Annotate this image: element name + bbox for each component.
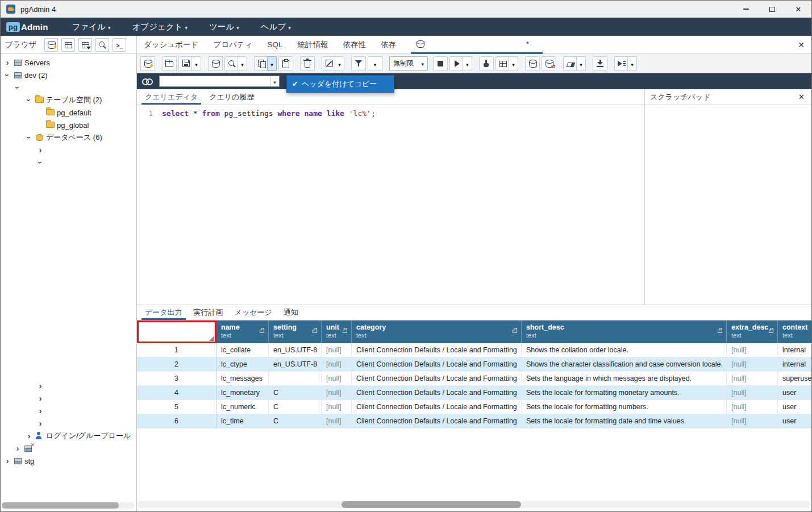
filter-button[interactable] (351, 56, 366, 71)
cell[interactable]: [null] (322, 400, 352, 414)
row-number[interactable]: 4 (137, 386, 216, 400)
cell[interactable]: Client Connection Defaults / Locale and … (352, 357, 522, 372)
explain-options-dropdown-button[interactable] (509, 56, 518, 71)
chevron-down-icon[interactable] (26, 133, 32, 142)
view-data-button[interactable] (61, 38, 75, 52)
scrollbar-thumb[interactable] (342, 501, 521, 508)
cell[interactable]: Sets the language in which messages are … (522, 372, 727, 386)
tab-query-editor[interactable]: クエリエディタ (141, 89, 201, 105)
explain-button[interactable] (479, 56, 494, 71)
row-number[interactable]: 1 (137, 343, 216, 357)
chevron-right-icon[interactable] (37, 419, 44, 428)
cell[interactable]: [null] (727, 372, 778, 386)
tree-item-expanded-node[interactable] (1, 156, 136, 169)
grid-horizontal-scrollbar[interactable] (137, 501, 810, 508)
paste-button[interactable] (278, 56, 293, 71)
column-header-context[interactable]: context text (778, 320, 812, 343)
scratch-pad[interactable] (645, 105, 811, 305)
select-all-corner-cell[interactable] (137, 320, 216, 343)
column-header-category[interactable]: category text (352, 320, 522, 343)
minimize-button[interactable] (733, 1, 759, 18)
cell[interactable]: lc_ctype (216, 357, 269, 372)
cell[interactable]: Sets the locale for formatting date and … (522, 414, 727, 428)
tree-item-server-disconnected[interactable] (1, 442, 136, 455)
row-number[interactable]: 3 (137, 372, 216, 386)
chevron-right-icon[interactable] (37, 406, 44, 415)
close-tab-icon[interactable]: ✕ (798, 40, 805, 49)
find-dropdown-button[interactable] (238, 56, 247, 71)
row-number[interactable]: 6 (137, 414, 216, 428)
tree-item-server-dev[interactable]: dev (2) (1, 69, 136, 81)
connection-selector[interactable] (159, 76, 280, 87)
close-button[interactable]: ✕ (785, 1, 811, 18)
sql-editor[interactable]: 1 select * from pg_settings where name l… (137, 105, 644, 305)
commit-button[interactable] (525, 56, 540, 71)
cell[interactable]: Shows the character classification and c… (522, 357, 727, 372)
chevron-down-icon[interactable] (37, 158, 44, 167)
cell[interactable]: [null] (727, 357, 778, 372)
filtered-rows-button[interactable] (78, 38, 92, 52)
tab-dependents[interactable]: 依存 (381, 40, 396, 50)
menu-item-copy-with-headers[interactable]: ヘッダを付けてコピー (302, 79, 377, 89)
chevron-down-icon[interactable] (26, 95, 32, 105)
tree-item-collapsed-node[interactable] (1, 417, 136, 430)
menu-help[interactable]: ヘルプ (261, 22, 291, 32)
cell[interactable]: superuser (778, 372, 811, 386)
cancel-query-button[interactable] (433, 56, 448, 71)
tab-messages[interactable]: メッセージ (231, 305, 276, 320)
row-number[interactable]: 5 (137, 400, 216, 414)
open-file-button[interactable] (162, 56, 177, 71)
chevron-right-icon[interactable] (4, 456, 11, 465)
chevron-right-icon[interactable] (37, 381, 44, 390)
column-header-unit[interactable]: unit text (322, 320, 352, 343)
row-limit-select[interactable]: 無制限 (389, 56, 428, 71)
rollback-button[interactable] (542, 56, 556, 71)
sidebar-horizontal-scrollbar[interactable] (2, 502, 135, 509)
filter-dropdown-button[interactable] (368, 56, 382, 71)
tree-item-servers[interactable]: Servers (1, 56, 136, 69)
tab-properties[interactable]: プロパティ (213, 40, 252, 50)
cell[interactable]: internal (778, 357, 811, 372)
tab-dashboard[interactable]: ダッシュボード (144, 40, 198, 50)
macros-dropdown-button[interactable] (627, 56, 637, 71)
cell[interactable]: lc_collate (216, 343, 269, 357)
cell[interactable] (269, 372, 322, 386)
scrollbar-thumb[interactable] (2, 502, 119, 509)
scratch-pad-close-icon[interactable]: ✕ (798, 93, 805, 101)
cell[interactable]: [null] (322, 372, 352, 386)
cell[interactable]: en_US.UTF-8 (269, 357, 322, 372)
tab-data-output[interactable]: データ出力 (141, 305, 186, 320)
cell[interactable]: Shows the collation order locale. (522, 343, 727, 357)
cell[interactable]: Client Connection Defaults / Locale and … (352, 414, 522, 428)
tab-sql[interactable]: SQL (268, 40, 283, 49)
cell[interactable]: C (269, 414, 322, 428)
cell[interactable]: internal (778, 343, 811, 357)
chevron-right-icon[interactable] (4, 58, 11, 67)
download-csv-button[interactable] (593, 56, 607, 71)
edit-dropdown-button[interactable] (335, 56, 344, 71)
query-tool-button[interactable] (44, 38, 58, 52)
cell[interactable]: Client Connection Defaults / Locale and … (352, 386, 522, 400)
tree-item-collapsed-node[interactable] (1, 380, 136, 392)
sql-code-line[interactable]: select * from pg_settings where name lik… (162, 109, 376, 118)
tab-notifications[interactable]: 通知 (280, 305, 302, 320)
execute-dropdown-button[interactable] (463, 56, 472, 71)
menu-tools[interactable]: ツール (209, 22, 239, 32)
chevron-right-icon[interactable] (37, 394, 44, 403)
cell[interactable]: Client Connection Defaults / Locale and … (352, 343, 522, 357)
tab-query-history[interactable]: クエリの履歴 (206, 89, 257, 105)
cell[interactable]: Client Connection Defaults / Locale and … (352, 400, 522, 414)
row-number[interactable]: 2 (137, 357, 216, 372)
maximize-button[interactable] (759, 1, 785, 18)
cell[interactable]: [null] (727, 400, 778, 414)
tree-item-collapsed-node[interactable] (1, 405, 136, 417)
column-header-setting[interactable]: setting text (269, 320, 322, 343)
tree-item-collapsed-node[interactable] (1, 144, 136, 156)
tree-item-collapsed-node[interactable] (1, 392, 136, 405)
cell[interactable]: lc_time (216, 414, 269, 428)
cell[interactable]: [null] (322, 357, 352, 372)
cell[interactable]: [null] (727, 414, 778, 428)
cell[interactable]: en_US.UTF-8 (269, 343, 322, 357)
column-header-short-desc[interactable]: short_desc text (522, 320, 727, 343)
tree-item-expanded-node[interactable] (1, 81, 136, 94)
